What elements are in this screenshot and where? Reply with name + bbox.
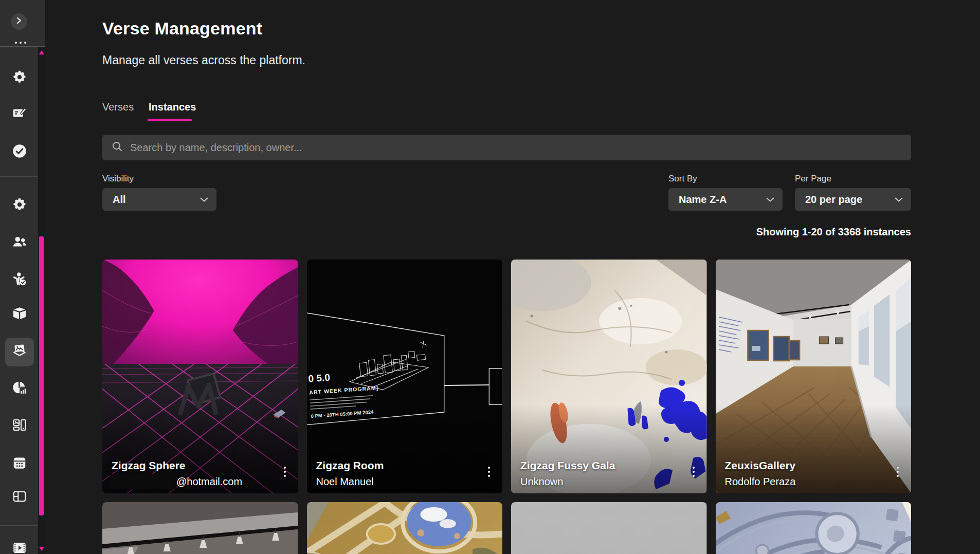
instance-card-partial-2[interactable] (307, 502, 503, 554)
search-input[interactable] (130, 142, 902, 154)
card-title: Zigzag Sphere (112, 459, 186, 472)
card-menu-button[interactable] (895, 465, 901, 479)
instance-card-partial-4[interactable] (716, 502, 912, 554)
card-bottom-shade (102, 260, 298, 493)
card-bottom-shade (307, 260, 503, 493)
card-menu-button[interactable] (691, 465, 697, 479)
instances-grid: Zigzag Sphere @hotmail.com 0 5. (102, 260, 911, 554)
sidebar-item-approvals[interactable] (5, 138, 34, 167)
visibility-dropdown[interactable]: All (102, 188, 216, 211)
settings-icon (12, 197, 27, 214)
instance-card-zigzag-sphere[interactable]: Zigzag Sphere @hotmail.com (102, 260, 298, 493)
card-owner: @hotmail.com (176, 476, 242, 488)
device-gallery-icon (12, 417, 27, 434)
instance-card-partial-1[interactable] (102, 502, 298, 554)
verse-management-screen: { "colors": { "accent": "#f01ba6", "page… (0, 0, 980, 554)
card-title: Zigzag Room (316, 459, 384, 472)
sort-by-label: Sort By (668, 174, 697, 184)
card-owner: Noel Manuel (316, 476, 374, 488)
sort-by-value: Name Z-A (679, 194, 727, 206)
visibility-label: Visibility (102, 174, 134, 184)
sidebar-item-settings-2[interactable] (5, 191, 34, 220)
sidebar-item-events[interactable] (5, 450, 34, 478)
instance-card-zigzag-fussy-gala[interactable]: Zigzag Fussy Gala Unknown (511, 260, 707, 493)
card-owner: Unknown (520, 476, 563, 488)
sidebar-item-analytics[interactable] (5, 375, 34, 403)
tab-verses[interactable]: Verses (102, 101, 134, 113)
baroque-ceiling-image (716, 502, 912, 554)
chevron-right-icon (16, 17, 22, 26)
page-subtitle: Manage all verses across the platform. (102, 53, 305, 67)
card-bottom-shade (511, 260, 707, 493)
sidebar-item-packages[interactable] (5, 300, 34, 329)
chevron-down-icon (766, 195, 774, 204)
card-title: Zigzag Fussy Gala (520, 459, 615, 472)
package-box-icon (12, 306, 27, 323)
per-page-label: Per Page (795, 174, 831, 184)
chevron-down-icon (895, 195, 903, 204)
visibility-value: All (113, 194, 126, 206)
sidebar-item-device-gallery[interactable] (5, 411, 34, 440)
film-media-icon (12, 540, 27, 554)
page-title: Verse Management (102, 19, 262, 39)
instance-card-zeuxisgallery[interactable]: ZeuxisGallery Rodolfo Peraza (716, 260, 912, 493)
tabs-divider (102, 121, 911, 121)
per-page-dropdown[interactable]: 20 per page (795, 188, 911, 211)
layout-panels-icon (12, 489, 27, 506)
results-summary: Showing 1-20 of 3368 instances (756, 226, 911, 238)
card-title: ZeuxisGallery (725, 459, 796, 472)
card-owner: Rodolfo Peraza (725, 476, 796, 488)
sidebar-item-users[interactable] (5, 228, 34, 257)
plain-gray-room-image (511, 502, 707, 554)
verse-gallery-icon (11, 343, 28, 361)
redacted-owner-box (110, 474, 176, 489)
ellipsis-dots-icon (15, 42, 26, 44)
sidebar-item-verses[interactable] (5, 338, 34, 366)
chevron-down-icon (200, 195, 208, 204)
instance-card-partial-3[interactable] (511, 502, 707, 554)
sort-by-dropdown[interactable]: Name Z-A (668, 188, 783, 211)
search-icon (112, 141, 123, 154)
sidebar-divider (0, 176, 39, 177)
fresco-ceiling-image (307, 502, 503, 554)
instance-card-zigzag-room[interactable]: 0 5.0 ART WEEK PROGRAM] 0 PM - 20TH 05:0… (307, 260, 503, 493)
scrollbar-up-arrow[interactable] (39, 50, 44, 54)
card-menu-button[interactable] (282, 465, 288, 479)
scrollbar-thumb[interactable] (39, 236, 44, 515)
analytics-pie-icon (12, 380, 27, 398)
sidebar-expand-button[interactable] (11, 13, 27, 30)
checkmark-circle-icon (11, 143, 28, 161)
card-bottom-shade (716, 260, 912, 493)
people-icon (12, 234, 27, 251)
sidebar-scrollbar (38, 47, 45, 554)
scrollbar-down-arrow[interactable] (39, 547, 44, 551)
settings-icon (12, 69, 27, 87)
tab-instances[interactable]: Instances (149, 101, 196, 113)
sidebar-item-settings[interactable] (5, 64, 34, 93)
per-page-value: 20 per page (805, 194, 862, 206)
sidebar-item-user-approval[interactable] (5, 266, 34, 294)
sidebar-item-content-edit[interactable] (5, 100, 34, 128)
sidebar-divider (0, 525, 39, 526)
sidebar-item-media[interactable] (5, 534, 34, 554)
card-menu-button[interactable] (486, 465, 492, 479)
event-grid-icon (12, 455, 27, 473)
sidebar-item-layouts[interactable] (5, 483, 34, 512)
sidebar (0, 0, 45, 554)
content-edit-icon (12, 105, 27, 123)
search-bar (102, 135, 911, 160)
person-check-icon (12, 271, 27, 289)
ceiling-track-lights-image (102, 502, 298, 554)
